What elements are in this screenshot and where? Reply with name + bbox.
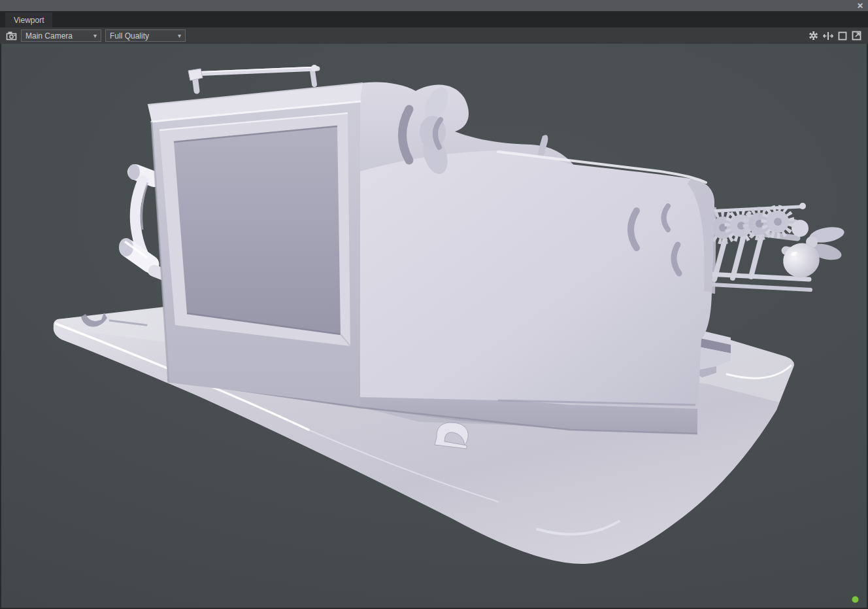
camera-button[interactable] xyxy=(4,29,18,42)
camera-icon xyxy=(6,31,17,41)
left-box xyxy=(148,83,363,406)
popout-viewport-icon[interactable] xyxy=(852,31,861,41)
chevron-down-icon: ▾ xyxy=(178,32,181,39)
viewport-toolbar-right-icons xyxy=(809,31,864,41)
chevron-down-icon: ▾ xyxy=(93,32,97,39)
window-titlebar: ✕ xyxy=(0,0,868,11)
recessed-panel xyxy=(174,126,341,334)
cipher-machine-model[interactable] xyxy=(54,65,846,564)
quality-select-value: Full Quality xyxy=(110,31,178,41)
close-window-button[interactable]: ✕ xyxy=(857,2,863,10)
right-body xyxy=(360,150,714,405)
application-window: ✕ Viewport Main Camera ▾ Full Quality ▾ xyxy=(0,0,868,609)
split-view-icon[interactable] xyxy=(823,31,833,41)
viewport-canvas[interactable] xyxy=(0,44,868,609)
lid-handle xyxy=(188,65,318,91)
rotor-cage xyxy=(703,203,846,294)
quality-select-dropdown[interactable]: Full Quality ▾ xyxy=(105,29,186,42)
tab-viewport[interactable]: Viewport xyxy=(5,12,52,27)
camera-select-value: Main Camera xyxy=(25,31,93,41)
camera-select-dropdown[interactable]: Main Camera ▾ xyxy=(21,29,101,42)
viewport-toolbar: Main Camera ▾ Full Quality ▾ xyxy=(0,27,868,44)
maximize-viewport-icon[interactable] xyxy=(838,31,847,41)
tab-bar: Viewport xyxy=(0,11,868,27)
status-indicator-dot xyxy=(852,596,859,603)
viewport-settings-gear-icon[interactable] xyxy=(809,31,818,41)
scene-render xyxy=(1,44,867,608)
tab-viewport-label: Viewport xyxy=(14,16,44,25)
